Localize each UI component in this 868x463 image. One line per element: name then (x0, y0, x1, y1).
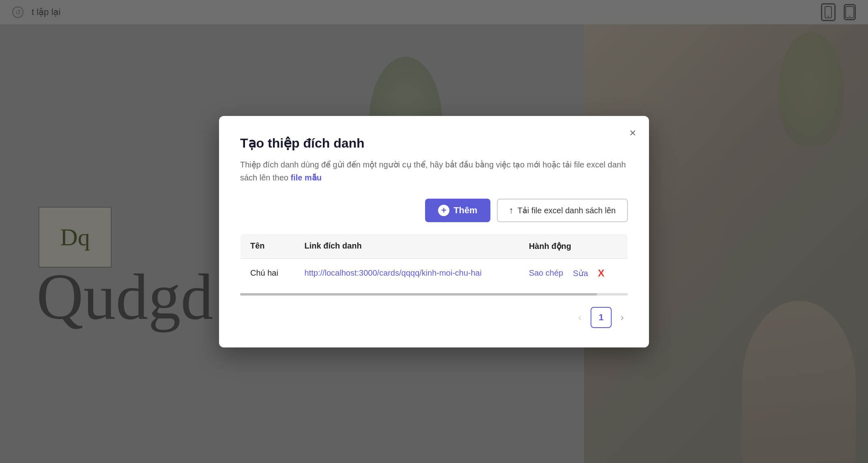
modal-dialog: × Tạo thiệp đích danh Thiệp đích danh dù… (219, 116, 649, 347)
copy-button[interactable]: Sao chép (529, 268, 563, 278)
add-label: Thêm (453, 205, 477, 216)
pagination: ‹ 1 › (240, 307, 628, 328)
table-row: Chú haihttp://localhost:3000/cards/qqqq/… (241, 258, 628, 288)
cell-actions: Sao chépSửaX (519, 258, 628, 288)
invitees-table: Tên Link đích danh Hành động Chú haihttp… (240, 234, 628, 288)
add-button[interactable]: + Thêm (425, 199, 490, 222)
scroll-thumb (240, 293, 597, 296)
plus-icon: + (438, 205, 449, 216)
file-mau-link[interactable]: file mẫu (291, 173, 322, 182)
col-action: Hành động (519, 234, 628, 258)
next-page-button[interactable]: › (617, 309, 628, 326)
delete-button[interactable]: X (598, 268, 604, 279)
edit-button[interactable]: Sửa (573, 268, 588, 278)
col-name: Tên (241, 234, 295, 258)
close-button[interactable]: × (628, 126, 638, 140)
prev-page-button[interactable]: ‹ (574, 309, 586, 326)
actions-group: Sao chépSửaX (529, 268, 618, 279)
col-link: Link đích danh (295, 234, 519, 258)
scroll-indicator (240, 293, 628, 296)
upload-excel-button[interactable]: ↑ Tải file excel danh sách lên (497, 199, 628, 222)
invitation-link[interactable]: http://localhost:3000/cards/qqqq/kinh-mo… (305, 268, 482, 277)
upload-icon: ↑ (509, 205, 513, 216)
modal-actions: + Thêm ↑ Tải file excel danh sách lên (240, 199, 628, 222)
current-page: 1 (591, 307, 612, 328)
modal-title: Tạo thiệp đích danh (240, 135, 628, 151)
modal-description: Thiệp đích danh dùng để gửi đến một ngườ… (240, 158, 628, 184)
table-header-row: Tên Link đích danh Hành động (241, 234, 628, 258)
cell-link: http://localhost:3000/cards/qqqq/kinh-mo… (295, 258, 519, 288)
modal-overlay: × Tạo thiệp đích danh Thiệp đích danh dù… (0, 0, 868, 463)
cell-name: Chú hai (241, 258, 295, 288)
upload-label: Tải file excel danh sách lên (518, 206, 616, 215)
